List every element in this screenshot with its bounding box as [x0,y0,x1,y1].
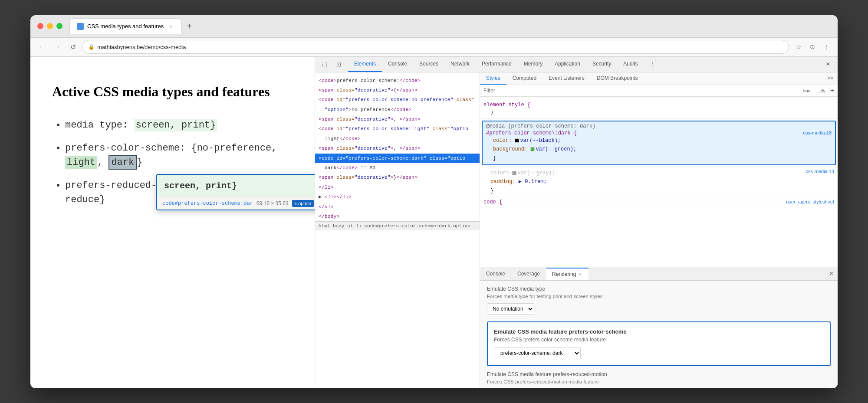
media-selector: #prefers-color-scheme\:dark { css-media:… [486,130,832,136]
tab-sources[interactable]: Sources [413,57,444,72]
dom-line: <code id="prefers-color-scheme:light" cl… [315,124,480,134]
bottom-panel-close[interactable]: × [825,267,838,280]
tooltip-info: code#prefers-color-scheme:dar 69.16 × 35… [157,197,315,210]
emulate-select-row: prefers-color-scheme: dark [494,347,824,359]
inspect-icon[interactable]: ⬚ [319,58,331,70]
element-style-selector: element.style { [483,102,530,108]
devtools-main: <code>prefers-color-scheme:</code> <span… [315,72,838,388]
lock-icon: 🔒 [88,44,95,50]
css-prop-color: color: var(--black); [486,136,832,145]
dom-line: </body> [315,212,480,221]
devtools-close-button[interactable]: × [822,58,834,70]
tooltip-dimensions: 69.16 × 35.63 [256,200,289,206]
bottom-tab-rendering[interactable]: Rendering × [546,268,589,280]
profile-button[interactable]: ⊙ [806,41,819,53]
color-swatch-gray [512,171,516,175]
tab-audits[interactable]: Audits [617,57,644,72]
tab-network[interactable]: Network [444,57,476,72]
hov-button[interactable]: :hov [798,87,813,95]
page-title: Active CSS media types and features [52,83,293,101]
page-content: Active CSS media types and features medi… [30,57,315,388]
css-source-agent[interactable]: user_agent_stylesheet [786,199,834,204]
base-rule: css-media:13 color: var(--gray); padding… [480,167,838,197]
styles-tab-event-listeners[interactable]: Event Listeners [542,72,591,85]
dom-line: ▶ <li></li> [315,192,480,202]
styles-tab-dom-breakpoints[interactable]: DOM Breakpoints [591,72,644,85]
dom-line: <code id="prefers-color-scheme:no-prefer… [315,95,480,105]
add-style-button[interactable]: + [830,87,834,95]
bottom-tabs: Console Coverage Rendering × × [480,267,838,281]
styles-tabs: Styles Computed Event Listeners DOM Brea… [480,72,838,85]
browser-window: CSS media types and features × + ← → ↺ 🔒… [30,15,838,388]
devtools-panel: ⬚ ⊡ Elements Console Sources Network Per… [315,57,838,388]
tooltip-code: screen, print} [157,175,315,197]
styles-panel: Styles Computed Event Listeners DOM Brea… [480,72,838,388]
light-highlight: light [65,156,97,169]
css-prop-padding: padding: ▶ 0.1rem; [483,177,834,186]
list-item-media-type: media type: screen, print} [65,118,293,132]
bottom-tab-console[interactable]: Console [480,268,511,279]
styles-filter-actions: :hov .cls + [798,87,834,95]
tooltip-badge: k.option [292,200,314,207]
tab-more[interactable]: ⋮ [644,57,661,72]
bottom-content: Emulate CSS media type Forces media type… [480,281,838,388]
styles-filter-input[interactable] [483,88,795,94]
tab-memory[interactable]: Memory [518,57,549,72]
css-source-media[interactable]: css-media:18 [803,130,832,135]
css-prop-color-strikethrough: color: var(--gray); [483,169,834,177]
devtools-tabs: Elements Console Sources Network Perform… [348,57,822,72]
active-tab[interactable]: CSS media types and features × [69,18,181,34]
tab-elements[interactable]: Elements [348,57,382,72]
dom-line: light</code> [315,134,480,144]
emulate-color-scheme-select[interactable]: prefers-color-scheme: dark [494,347,581,359]
dom-line-selected[interactable]: <code id="prefers-color-scheme:dark" cla… [315,154,480,163]
dom-line: <span class="decorative">, </span> [315,144,480,153]
css-prop-background: background: var(--green); [486,145,832,154]
emulate-color-scheme-box: Emulate CSS media feature prefers-color-… [487,321,831,366]
bottom-tab-rendering-close[interactable]: × [578,272,582,277]
tab-title: CSS media types and features [87,23,164,29]
traffic-lights [37,23,62,29]
dom-line: "option">no-preference</code> [315,105,480,115]
rendering-section1-select[interactable]: No emulation [487,303,534,315]
dom-line: </ul> [315,202,480,212]
more-button[interactable]: ⋮ [820,41,832,53]
dom-line: <span class="decorative">{</span> [315,85,480,95]
css-source-base[interactable]: css-media:13 [806,169,834,174]
bottom-tab-coverage[interactable]: Coverage [511,268,546,279]
rendering-section1-title: Emulate CSS media type [487,286,831,292]
cls-button[interactable]: .cls [815,87,829,95]
bookmark-button[interactable]: ☆ [792,41,805,53]
tab-performance[interactable]: Performance [476,57,518,72]
address-bar: ← → ↺ 🔒 mathiasbynens.be/demo/css-media … [30,38,838,57]
dom-line: <span class="decorative">}</span> [315,173,480,182]
tab-close-button[interactable]: × [167,23,174,30]
url-bar[interactable]: 🔒 mathiasbynens.be/demo/css-media [82,40,789,54]
maximize-button[interactable] [56,23,62,29]
styles-tab-more[interactable]: >> [823,72,838,85]
minimize-button[interactable] [47,23,53,29]
code-rule: code { user_agent_stylesheet [480,197,838,207]
list-item-prefers-color: prefers-color-scheme: {no-preference, li… [65,141,293,170]
bottom-panel: Console Coverage Rendering × × Emulate C… [480,267,838,388]
tab-bar: CSS media types and features × + [69,18,831,34]
element-style-close: } [483,108,834,117]
tab-console[interactable]: Console [382,57,413,72]
styles-tab-styles[interactable]: Styles [480,72,506,85]
device-icon[interactable]: ⊡ [332,58,345,70]
dom-tree: <code>prefers-color-scheme:</code> <span… [315,72,480,388]
base-rule-close: } [483,187,834,195]
back-button[interactable]: ← [36,41,48,53]
code-selector: code { user_agent_stylesheet [483,199,834,205]
rendering-section1-select-row: No emulation [487,303,831,315]
new-tab-button[interactable]: + [183,20,195,32]
forward-button[interactable]: → [51,41,63,53]
close-button[interactable] [37,23,43,29]
styles-tab-computed[interactable]: Computed [506,72,542,85]
tab-security[interactable]: Security [586,57,617,72]
tab-application[interactable]: Application [549,57,586,72]
rendering-section1-desc: Forces media type for testing print and … [487,294,831,299]
tab-favicon [77,23,84,30]
dom-line: <code>prefers-color-scheme:</code> [315,76,480,85]
refresh-button[interactable]: ↺ [67,41,79,53]
